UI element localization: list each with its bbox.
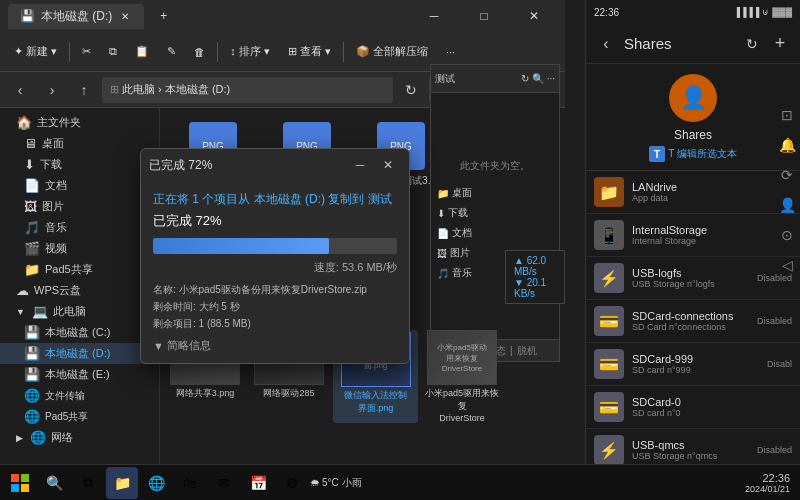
sidebar-item-wps[interactable]: ☁ WPS云盘 [0,280,159,301]
android-icon-5[interactable]: ⊙ [776,224,798,246]
sidebar-item-documents[interactable]: 📄 文档 [0,175,159,196]
taskbar-time: 22:36 [745,472,790,484]
shares-edit-btn[interactable]: T T 编辑所选文本 [649,146,737,162]
progress-fill [153,238,329,254]
address-path[interactable]: ⊞ 此电脑 › 本地磁盘 (D:) [102,77,393,103]
share-item-internal[interactable]: 📱 InternalStorage Internal Storage [586,214,800,257]
rename-btn[interactable]: ✎ [159,41,184,62]
new-btn[interactable]: ✦ 新建 ▾ [6,40,65,63]
view-btn[interactable]: ⊞ 查看 ▾ [280,40,339,63]
secondary-panel-search[interactable]: 🔍 [532,73,544,84]
pic-icon: 🖼 [437,248,447,259]
maximize-btn[interactable]: □ [461,0,507,32]
copy-to-path[interactable]: 测试 [368,192,392,206]
delete-btn[interactable]: 🗑 [186,42,213,62]
start-button[interactable] [4,467,36,499]
taskbar-edge-btn[interactable]: 🌐 [140,467,172,499]
drive-e-icon: 💾 [24,367,40,382]
sidebar-item-network-root[interactable]: ▶ 🌐 网络 [0,427,159,448]
thumb-item[interactable]: 小米pad5驱动用来恢复DriverStore 小米pad5驱用来恢复Drive… [422,330,502,423]
copy-btn[interactable]: ⧉ [101,41,125,62]
shares-user-label: Shares [674,128,712,142]
taskbar-settings-btn[interactable]: ⚙ [276,467,308,499]
taskbar-calendar-btn[interactable]: 📅 [242,467,274,499]
sort-btn[interactable]: ↕ 排序 ▾ [222,40,278,63]
taskbar-store-btn[interactable]: 🛍 [174,467,206,499]
shares-refresh-btn[interactable]: ↻ [740,32,764,56]
close-btn[interactable]: ✕ [511,0,557,32]
refresh-btn[interactable]: ↻ [397,76,425,104]
secondary-panel-refresh[interactable]: ↻ [521,73,529,84]
share-item-usb-logfs[interactable]: ⚡ USB-logfs USB Storage n°logfs Disabled [586,257,800,300]
document-icon: 📄 [24,178,40,193]
shares-add-btn[interactable]: + [768,32,792,56]
explorer-tab[interactable]: 💾 本地磁盘 (D:) ✕ [8,4,144,29]
secondary-list-item[interactable]: 📄 文档 [435,223,555,243]
android-icon-4[interactable]: 👤 [776,194,798,216]
more-btn[interactable]: ··· [438,42,463,62]
details-toggle-btn[interactable]: ▼ 简略信息 [153,338,397,353]
sidebar-item-c[interactable]: 💾 本地磁盘 (C:) [0,322,159,343]
android-icon-2[interactable]: 🔔 [776,134,798,156]
sidebar-item-home[interactable]: 🏠 主文件夹 [0,112,159,133]
status-icons: ▐▐▐▐ ⊍ ▓▓▓ [734,7,792,17]
pc-icon: 💻 [32,304,48,319]
secondary-list-item[interactable]: ⬇ 下载 [435,203,555,223]
android-icon-3[interactable]: ⟳ [776,164,798,186]
weather-icon: 🌧 [310,477,320,488]
share-item-sdcard-conn[interactable]: 💳 SDCard-connections SD Card n°connectio… [586,300,800,343]
file-name-label: 名称: 小米pad5驱动备份用来恢复DriverStore.zip [153,281,397,298]
taskbar-mail-btn[interactable]: ✉ [208,467,240,499]
secondary-list-item[interactable]: 📁 桌面 [435,183,555,203]
copy-from-path[interactable]: 本地磁盘 (D:) [254,192,325,206]
android-icon-6[interactable]: ◁ [776,254,798,276]
add-tab-btn[interactable]: + [152,5,175,27]
dialog-close-btn[interactable]: ✕ [375,154,401,176]
up-btn[interactable]: ↑ [70,76,98,104]
shares-back-btn[interactable]: ‹ [594,32,618,56]
extract-btn[interactable]: 📦 全部解压缩 [348,40,436,63]
wifi-icon: ⊍ [762,7,769,17]
shares-header: ‹ Shares ↻ + [586,24,800,64]
sidebar-item-e[interactable]: 💾 本地磁盘 (E:) [0,364,159,385]
android-time: 22:36 [594,7,619,18]
taskbar-explorer-btn[interactable]: 📁 [106,467,138,499]
taskbar-clock[interactable]: 22:36 2024/01/21 [745,472,790,494]
sidebar-item-desktop[interactable]: 🖥 桌面 [0,133,159,154]
secondary-panel-more[interactable]: ··· [547,73,555,84]
internal-icon: 📱 [594,220,624,250]
sidebar-item-network2[interactable]: 🌐 Pad5共享 [0,406,159,427]
sidebar-item-videos[interactable]: 🎬 视频 [0,238,159,259]
sidebar-item-d[interactable]: 💾 本地磁盘 (D:) [0,343,159,364]
paste-btn[interactable]: 📋 [127,41,157,62]
share-item-landrive[interactable]: 📁 LANdrive App data [586,171,800,214]
android-icon-1[interactable]: ⊡ [776,104,798,126]
network2-icon: 🌐 [24,409,40,424]
sidebar-item-this-pc[interactable]: ▼ 💻 此电脑 [0,301,159,322]
minimize-btn[interactable]: ─ [411,0,457,32]
share-item-sdcard-999[interactable]: 💳 SDCard-999 SD card n°999 Disabl [586,343,800,386]
sdcard-0-icon: 💳 [594,392,624,422]
sidebar-item-pad5[interactable]: 📁 Pad5共享 [0,259,159,280]
sidebar-item-pictures[interactable]: 🖼 图片 [0,196,159,217]
taskbar-taskview-btn[interactable]: ⧉ [72,467,104,499]
tab-close-btn[interactable]: ✕ [118,9,132,23]
dialog-content: 正在将 1 个项目从 本地磁盘 (D:) 复制到 测试 已完成 72% 速度: … [141,181,409,363]
sidebar-item-music[interactable]: 🎵 音乐 [0,217,159,238]
svg-rect-2 [11,484,19,492]
back-btn[interactable]: ‹ [6,76,34,104]
home-icon: 🏠 [16,115,32,130]
sdcard-conn-badge: Disabled [757,316,792,326]
avatar-icon: 👤 [680,85,707,111]
sidebar-item-network1[interactable]: 🌐 文件传输 [0,385,159,406]
sidebar-item-downloads[interactable]: ⬇ 下载 [0,154,159,175]
svg-rect-1 [21,474,29,482]
android-status-bar: 22:36 ▐▐▐▐ ⊍ ▓▓▓ [586,0,800,24]
taskbar-search-btn[interactable]: 🔍 [38,467,70,499]
share-item-sdcard-0[interactable]: 💳 SDCard-0 SD card n°0 [586,386,800,429]
download-icon: ⬇ [437,208,445,219]
cut-btn[interactable]: ✂ [74,41,99,62]
dialog-minimize-btn[interactable]: ─ [347,154,373,176]
forward-btn[interactable]: › [38,76,66,104]
speed-indicator: ▲ 62.0 MB/s ▼ 20.1 KB/s [505,250,565,304]
